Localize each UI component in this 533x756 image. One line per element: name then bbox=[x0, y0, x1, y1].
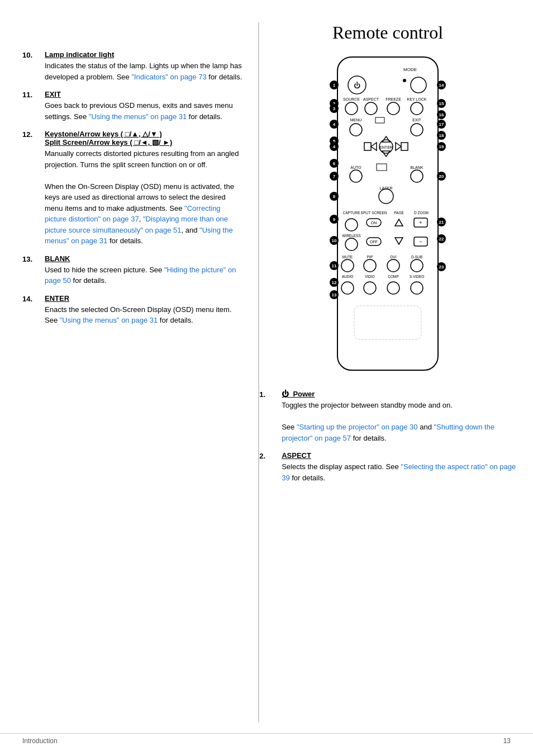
svg-text:23: 23 bbox=[439, 264, 444, 270]
svg-rect-36 bbox=[401, 143, 408, 150]
svg-point-4 bbox=[403, 79, 406, 82]
entry-13-content: BLANK Used to hide the screen picture. S… bbox=[45, 254, 242, 286]
entry-14-text: Enacts the selected On-Screen Display (O… bbox=[45, 304, 242, 326]
svg-text:8: 8 bbox=[333, 194, 336, 199]
svg-point-5 bbox=[411, 77, 426, 93]
svg-point-17 bbox=[411, 102, 423, 115]
svg-text:10: 10 bbox=[332, 238, 337, 243]
svg-rect-35 bbox=[364, 143, 371, 150]
svg-text:4: 4 bbox=[333, 122, 336, 127]
svg-text:EXIT: EXIT bbox=[412, 118, 421, 122]
svg-text:6: 6 bbox=[333, 161, 336, 166]
svg-point-111 bbox=[341, 282, 354, 294]
svg-marker-75 bbox=[395, 219, 403, 226]
entry-11-title: EXIT bbox=[45, 90, 242, 98]
entry-10-title: Lamp indicator light bbox=[45, 50, 242, 59]
entry-11-content: EXIT Goes back to previous OSD menus, ex… bbox=[45, 90, 242, 122]
entry-13-num: 13. bbox=[22, 254, 45, 286]
right-entry-2-text: Selects the display aspect ratio. See "S… bbox=[282, 461, 516, 483]
entry-10-link[interactable]: "Indicators" on page 73 bbox=[131, 73, 206, 81]
right-entry-1-text: Toggles the projector between standby mo… bbox=[282, 400, 516, 443]
entry-13-link[interactable]: "Hiding the picture" on page 50 bbox=[45, 266, 236, 285]
svg-point-112 bbox=[364, 282, 376, 294]
svg-point-113 bbox=[387, 282, 399, 294]
svg-text:+: + bbox=[419, 220, 422, 225]
entry-10-content: Lamp indicator light Indicates the statu… bbox=[45, 50, 242, 82]
divider bbox=[258, 22, 259, 722]
entry-13-text: Used to hide the screen picture. See "Hi… bbox=[45, 264, 242, 286]
right-entry-1-link1[interactable]: "Starting up the projector" on page 30 bbox=[297, 423, 418, 431]
svg-point-98 bbox=[364, 259, 376, 272]
svg-marker-34 bbox=[382, 151, 390, 157]
svg-point-15 bbox=[365, 102, 377, 115]
right-entry-1: 1. ⏻ Power Toggles the projector between… bbox=[259, 390, 516, 443]
right-entry-2-link[interactable]: "Selecting the aspect ratio" on page 39 bbox=[282, 462, 516, 482]
entry-14-title: ENTER bbox=[45, 294, 242, 303]
svg-text:LASER: LASER bbox=[380, 186, 393, 190]
page-title: Remote control bbox=[259, 22, 516, 43]
entry-12-num: 12. bbox=[22, 130, 45, 247]
entry-12-text: Manually corrects distorted pictures res… bbox=[45, 148, 242, 247]
svg-text:MUTE: MUTE bbox=[342, 255, 353, 259]
right-section-entries: 1. ⏻ Power Toggles the projector between… bbox=[259, 390, 516, 483]
svg-rect-23 bbox=[375, 117, 384, 123]
entry-13: 13. BLANK Used to hide the screen pictur… bbox=[22, 254, 242, 286]
right-entry-1-content: ⏻ Power Toggles the projector between st… bbox=[282, 390, 516, 443]
entry-10-text: Indicates the status of the lamp. Lights… bbox=[45, 60, 242, 82]
entry-10-num: 10. bbox=[22, 50, 45, 82]
svg-text:9: 9 bbox=[333, 217, 336, 222]
svg-text:15: 15 bbox=[439, 101, 444, 106]
svg-text:CAPTURE: CAPTURE bbox=[343, 211, 361, 215]
svg-text:11: 11 bbox=[332, 263, 337, 268]
svg-text:VIDIO: VIDIO bbox=[365, 275, 375, 278]
svg-text:KEY LOCK: KEY LOCK bbox=[407, 97, 427, 101]
svg-text:D-SUB: D-SUB bbox=[411, 255, 422, 259]
svg-text:ENTER: ENTER bbox=[379, 145, 393, 149]
entry-11-link[interactable]: "Using the menus" on page 31 bbox=[89, 112, 187, 121]
entry-12-title: Keystone/Arrow keys ( □/▲, △/▼ )Split Sc… bbox=[45, 130, 242, 147]
svg-text:21: 21 bbox=[439, 220, 444, 225]
svg-point-26 bbox=[411, 124, 423, 136]
right-entry-2-num: 2. bbox=[259, 451, 282, 483]
svg-text:FREEZE: FREEZE bbox=[386, 97, 401, 101]
entry-11-text: Goes back to previous OSD menus, exits a… bbox=[45, 100, 242, 122]
remote-svg: MODE ⏻ 1 2 SOURCE ASPECT F bbox=[326, 54, 449, 379]
svg-text:18: 18 bbox=[439, 133, 444, 138]
svg-point-72 bbox=[345, 219, 358, 231]
left-column: 10. Lamp indicator light Indicates the s… bbox=[22, 22, 254, 734]
svg-text:7: 7 bbox=[333, 174, 336, 179]
entry-11-num: 11. bbox=[22, 90, 45, 122]
svg-text:S-VIDEO: S-VIDEO bbox=[410, 275, 425, 278]
svg-text:4: 4 bbox=[333, 144, 336, 149]
svg-text:17: 17 bbox=[439, 122, 444, 127]
svg-text:1: 1 bbox=[333, 83, 336, 88]
entry-12: 12. Keystone/Arrow keys ( □/▲, △/▼ )Spli… bbox=[22, 130, 242, 247]
svg-marker-29 bbox=[382, 136, 390, 142]
svg-point-25 bbox=[350, 124, 362, 136]
svg-text:BLANK: BLANK bbox=[411, 166, 423, 169]
svg-point-14 bbox=[345, 102, 358, 115]
right-column: Remote control MODE ⏻ 1 bbox=[254, 22, 516, 734]
svg-point-49 bbox=[379, 189, 393, 204]
footer: Introduction 13 bbox=[0, 733, 533, 745]
svg-point-99 bbox=[387, 259, 399, 272]
svg-text:COMP: COMP bbox=[388, 275, 399, 278]
svg-point-97 bbox=[341, 259, 354, 272]
svg-point-42 bbox=[350, 170, 362, 182]
svg-point-114 bbox=[411, 282, 423, 294]
svg-text:16: 16 bbox=[439, 112, 444, 117]
svg-text:MODE: MODE bbox=[403, 67, 417, 72]
right-entry-1-num: 1. bbox=[259, 390, 282, 443]
right-entry-2-title: ASPECT bbox=[282, 451, 516, 460]
svg-marker-33 bbox=[396, 143, 401, 150]
svg-marker-84 bbox=[395, 238, 403, 244]
svg-text:22: 22 bbox=[439, 237, 444, 242]
remote-diagram: MODE ⏻ 1 2 SOURCE ASPECT F bbox=[326, 54, 449, 379]
entry-10: 10. Lamp indicator light Indicates the s… bbox=[22, 50, 242, 82]
svg-text:AUTO: AUTO bbox=[350, 166, 361, 169]
footer-left: Introduction bbox=[22, 737, 58, 745]
svg-text:SOURCE: SOURCE bbox=[343, 97, 360, 101]
svg-text:MENU: MENU bbox=[350, 118, 362, 122]
entry-14-link[interactable]: "Using the menus" on page 31 bbox=[60, 316, 158, 324]
svg-text:ASPECT: ASPECT bbox=[363, 97, 379, 101]
